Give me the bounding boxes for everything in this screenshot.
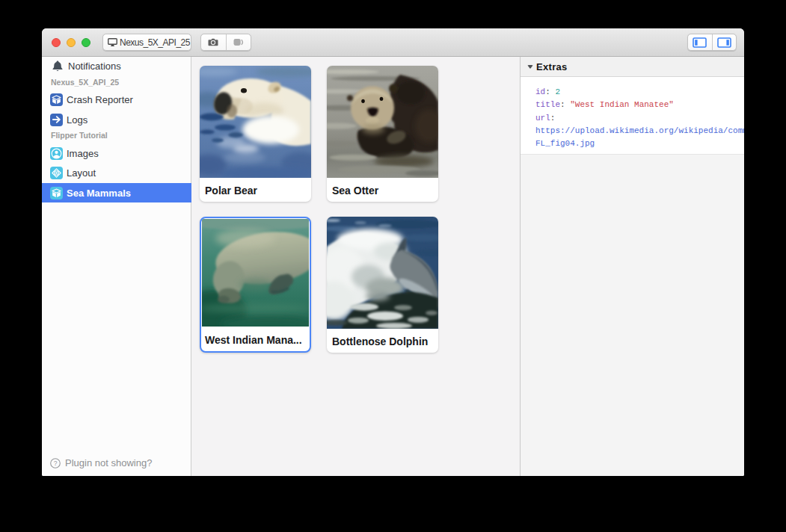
svg-text:?: ? [54,460,58,467]
